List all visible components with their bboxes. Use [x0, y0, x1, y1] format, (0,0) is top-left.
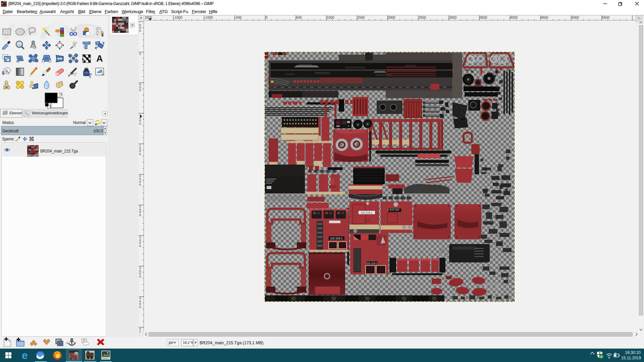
- svg-text:e: e: [22, 349, 28, 361]
- svg-text:110 215-1: 110 215-1: [330, 237, 343, 240]
- svg-text:110 215-1: 110 215-1: [366, 262, 377, 265]
- svg-text:110 215-1: 110 215-1: [387, 208, 399, 211]
- svg-text:110 215-1: 110 215-1: [361, 211, 373, 214]
- svg-text:A: A: [96, 54, 103, 64]
